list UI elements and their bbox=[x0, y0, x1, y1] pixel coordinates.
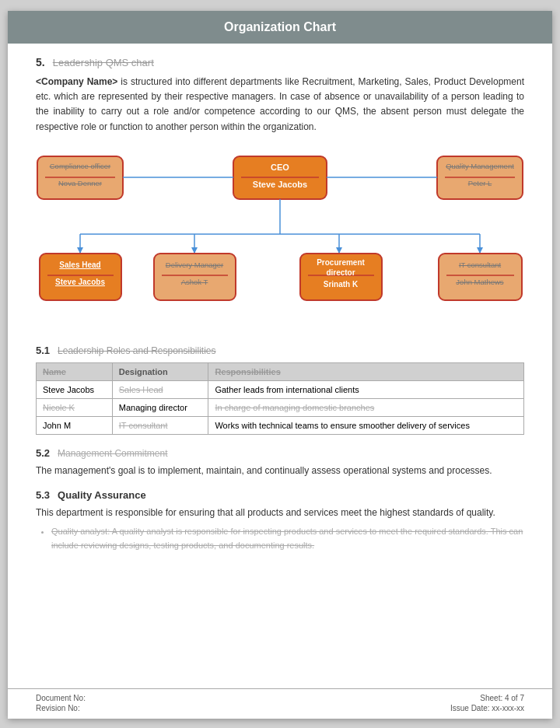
svg-marker-20 bbox=[77, 247, 83, 254]
svg-marker-21 bbox=[191, 247, 198, 254]
svg-text:Peter L: Peter L bbox=[468, 179, 492, 187]
section53-text: This department is responsible for ensur… bbox=[36, 506, 524, 520]
section53-bullet: Quality analyst: A quality analyst is re… bbox=[51, 525, 524, 552]
col-name-header: Name bbox=[37, 362, 113, 380]
section52-header: 5.2 Management Commitment bbox=[36, 447, 524, 459]
page-title: Organization Chart bbox=[224, 20, 336, 33]
svg-text:Ashok T: Ashok T bbox=[181, 278, 208, 286]
footer-right: Sheet: 4 of 7 Issue Date: xx-xxx-xx bbox=[450, 694, 524, 714]
cell-designation: Sales Head bbox=[112, 380, 208, 398]
svg-text:director: director bbox=[326, 268, 355, 277]
svg-text:Procurement: Procurement bbox=[317, 258, 365, 267]
svg-text:Steve Jacobs: Steve Jacobs bbox=[253, 180, 307, 189]
page-header: Organization Chart bbox=[8, 11, 552, 44]
section5-intro: <Company Name> is structured into differ… bbox=[36, 75, 524, 135]
svg-text:IT consultant: IT consultant bbox=[459, 261, 502, 269]
svg-marker-22 bbox=[336, 247, 342, 254]
cell-name: John M bbox=[37, 416, 113, 434]
cell-resp: In charge of managing domestic branches bbox=[208, 398, 524, 416]
section52: 5.2 Management Commitment The management… bbox=[36, 447, 524, 478]
responsibilities-table: Name Designation Responsibilities Steve … bbox=[36, 362, 524, 435]
cell-name: Nicole K bbox=[37, 398, 113, 416]
content: 5. Leadership QMS chart <Company Name> i… bbox=[8, 56, 552, 552]
svg-marker-23 bbox=[477, 247, 483, 254]
svg-text:Delivery Manager: Delivery Manager bbox=[166, 261, 223, 269]
section5-label: Leadership QMS chart bbox=[53, 57, 154, 68]
org-chart: Compliance officer Nova Denner CEO Steve… bbox=[36, 149, 524, 331]
doc-label: Document No: bbox=[36, 694, 86, 702]
svg-text:Srinath K: Srinath K bbox=[324, 280, 359, 289]
section53-label: Quality Assurance bbox=[58, 489, 146, 501]
svg-text:Steve Jacobs: Steve Jacobs bbox=[55, 278, 105, 286]
section5-num: 5. bbox=[36, 56, 45, 68]
sheet-label: Sheet: 4 of 7 bbox=[450, 694, 524, 702]
section51-title: 5.1 Leadership Roles and Responsibilitie… bbox=[36, 345, 524, 356]
section5-title: 5. Leadership QMS chart bbox=[36, 56, 524, 68]
cell-resp: Works with technical teams to ensure smo… bbox=[208, 416, 524, 434]
svg-text:Compliance officer: Compliance officer bbox=[50, 162, 111, 170]
section53-bullets: Quality analyst: A quality analyst is re… bbox=[51, 525, 524, 552]
svg-text:John Mathews: John Mathews bbox=[456, 278, 504, 286]
section52-text: The management's goal is to implement, m… bbox=[36, 464, 524, 478]
svg-text:CEO: CEO bbox=[271, 163, 289, 172]
cell-designation: IT consultant bbox=[112, 416, 208, 434]
section51-num: 5.1 bbox=[36, 345, 50, 356]
section52-num: 5.2 bbox=[36, 447, 50, 459]
section53-num: 5.3 bbox=[36, 489, 50, 501]
table-row: Nicole K Managing director In charge of … bbox=[37, 398, 524, 416]
footer-left: Document No: Revision No: bbox=[36, 694, 86, 714]
section52-label: Management Commitment bbox=[58, 448, 167, 459]
org-chart-svg: Compliance officer Nova Denner CEO Steve… bbox=[36, 149, 524, 327]
section51-label: Leadership Roles and Responsibilities bbox=[58, 345, 215, 356]
issue-label: Issue Date: xx-xxx-xx bbox=[450, 704, 524, 712]
section53-header: 5.3 Quality Assurance bbox=[36, 489, 524, 501]
col-designation-header: Designation bbox=[112, 362, 208, 380]
cell-name: Steve Jacobs bbox=[37, 380, 113, 398]
svg-text:Quality Management: Quality Management bbox=[446, 162, 514, 170]
page-footer: Document No: Revision No: Sheet: 4 of 7 … bbox=[8, 688, 552, 719]
svg-text:Sales Head: Sales Head bbox=[59, 261, 100, 269]
table-row: John M IT consultant Works with technica… bbox=[37, 416, 524, 434]
col-resp-header: Responsibilities bbox=[208, 362, 524, 380]
section53: 5.3 Quality Assurance This department is… bbox=[36, 489, 524, 552]
cell-resp: Gather leads from international clients bbox=[208, 380, 524, 398]
page: Organization Chart 5. Leadership QMS cha… bbox=[8, 11, 552, 719]
table-row: Steve Jacobs Sales Head Gather leads fro… bbox=[37, 380, 524, 398]
table: Name Designation Responsibilities Steve … bbox=[36, 362, 524, 435]
cell-designation: Managing director bbox=[112, 398, 208, 416]
svg-text:Nova Denner: Nova Denner bbox=[58, 179, 102, 187]
rev-label: Revision No: bbox=[36, 704, 86, 712]
